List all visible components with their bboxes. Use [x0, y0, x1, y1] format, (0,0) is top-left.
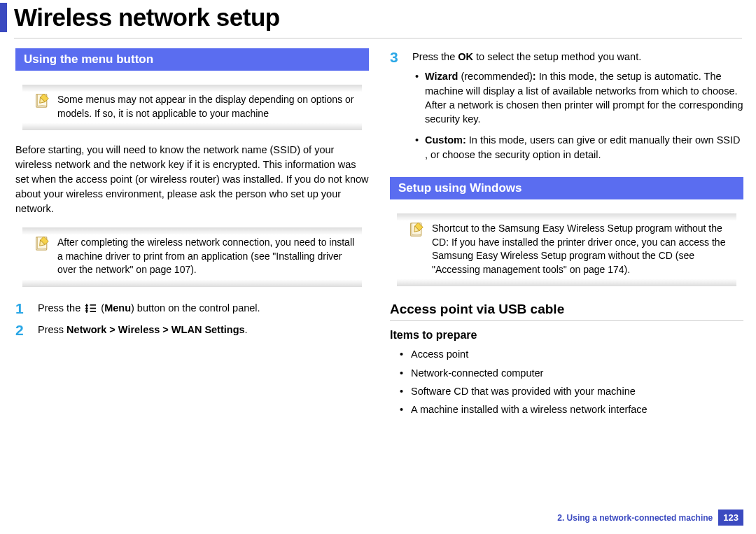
step2-text-post: .	[245, 324, 248, 335]
right-column: 3 Press the OK to select the setup metho…	[390, 48, 743, 421]
step-1: 1 Press the (Menu) button on the control…	[15, 300, 369, 316]
title-rule	[14, 38, 742, 38]
step3-text-post: to select the setup method you want.	[473, 51, 641, 62]
step3-ok-bold: OK	[458, 51, 473, 62]
step1-menu-bold: Menu	[104, 302, 131, 314]
list-item: Access point	[400, 347, 743, 361]
bullet-custom: Custom: In this mode, users can give or …	[412, 133, 743, 162]
list-item: Software CD that was provided with your …	[400, 384, 743, 398]
note-text: After completing the wireless network co…	[57, 237, 354, 275]
section-header-using-menu: Using the menu button	[15, 48, 369, 71]
intro-paragraph: Before starting, you will need to know t…	[15, 143, 369, 216]
heading-access-point-usb: Access point via USB cable	[390, 302, 743, 317]
note-icon	[35, 236, 49, 251]
step3-text-pre: Press the	[412, 51, 458, 62]
note-box-1: Some menus may not appear in the display…	[15, 85, 369, 130]
note-box-3: Shortcut to the Samsung Easy Wireless Se…	[390, 213, 743, 286]
step-3: 3 Press the OK to select the setup metho…	[390, 48, 743, 171]
list-item: Network-connected computer	[400, 366, 743, 380]
step-2: 2 Press Network > Wireless > WLAN Settin…	[15, 321, 369, 337]
list-item: A machine installed with a wireless netw…	[400, 402, 743, 416]
note-icon	[410, 222, 424, 237]
note-text: Shortcut to the Samsung Easy Wireless Se…	[432, 223, 725, 275]
step1-text-mid: (	[98, 302, 104, 314]
note-icon	[35, 93, 49, 108]
wizard-rec: (recommended)	[458, 71, 532, 82]
step2-text-pre: Press	[38, 324, 66, 335]
footer-chapter: 2. Using a network-connected machine	[557, 513, 713, 523]
page-title: Wireless network setup	[14, 3, 280, 31]
heading-items-prepare: Items to prepare	[390, 329, 743, 342]
left-column: Using the menu button Some menus may not…	[15, 48, 369, 421]
note-text: Some menus may not appear in the display…	[57, 94, 354, 119]
items-to-prepare-list: Access point Network-connected computer …	[390, 347, 743, 416]
step-number: 2	[15, 321, 28, 337]
page-footer: 2. Using a network-connected machine 123	[557, 510, 743, 526]
sub-rule	[390, 320, 743, 321]
step2-path-bold: Network > Wireless > WLAN Settings	[66, 324, 245, 335]
step-number: 1	[15, 300, 28, 316]
section-header-setup-windows: Setup using Windows	[390, 177, 743, 199]
step1-text-pre: Press the	[38, 302, 83, 314]
wizard-bold: Wizard	[425, 71, 458, 82]
step-number: 3	[390, 48, 402, 171]
step1-text-post: ) button on the control panel.	[131, 302, 260, 314]
note-box-2: After completing the wireless network co…	[15, 227, 369, 287]
title-accent-block	[0, 3, 7, 32]
bullet-wizard: Wizard (recommended): In this mode, the …	[412, 69, 743, 126]
custom-bold: Custom:	[425, 134, 466, 146]
custom-text: In this mode, users can give or edit man…	[425, 134, 741, 160]
page-number: 123	[718, 510, 743, 526]
menu-icon	[85, 303, 97, 314]
